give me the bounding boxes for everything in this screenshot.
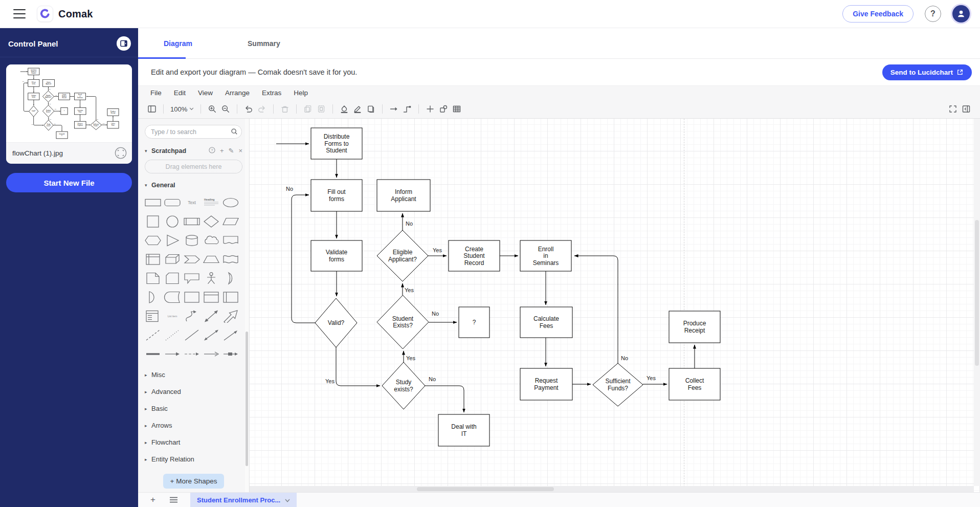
shape-trapezoid[interactable]: [202, 250, 221, 269]
shape-rectangle[interactable]: [143, 193, 163, 212]
flow-node-valid[interactable]: Valid?: [29, 106, 38, 117]
toolbar-sidebar-panel-button[interactable]: [145, 102, 159, 116]
shape-ellipse[interactable]: [221, 193, 240, 212]
shape-container[interactable]: [182, 288, 202, 306]
flow-edge-16[interactable]: [53, 125, 62, 131]
tab-diagram[interactable]: Diagram: [164, 39, 192, 48]
shape-heading[interactable]: Heading: [202, 193, 221, 212]
flowchart-svg[interactable]: DistributeForms toStudentFill outformsIn…: [250, 119, 980, 492]
shape-note[interactable]: [143, 269, 163, 288]
flow-node-valid[interactable]: Valid?: [315, 298, 357, 347]
scratchpad-header[interactable]: ▾ Scratchpad ? + ✎ ×: [145, 147, 242, 155]
shape-card[interactable]: [163, 269, 182, 288]
toolbar-table-button[interactable]: [450, 102, 463, 116]
shape-or[interactable]: [221, 269, 240, 288]
menu-item-help[interactable]: Help: [294, 89, 308, 97]
shape-text[interactable]: Text: [182, 193, 202, 212]
start-new-file-button[interactable]: Start New File: [6, 173, 132, 192]
menu-item-view[interactable]: View: [198, 89, 213, 97]
shape-thin-arrow[interactable]: [202, 344, 221, 363]
shape-bidirectional-arrow[interactable]: [202, 306, 221, 325]
shape-cloud[interactable]: [202, 231, 221, 250]
shape-container-title[interactable]: [202, 288, 221, 306]
section-entity-relation[interactable]: ▸Entity Relation: [145, 451, 242, 468]
shape-cube[interactable]: [163, 250, 182, 269]
flow-node-create-student-record[interactable]: CreateStudentRecord: [449, 240, 500, 271]
shape-dashed-line[interactable]: [143, 325, 163, 344]
flow-node-inform-applicant[interactable]: InformApplicant: [42, 79, 54, 86]
flow-node-enroll-in-seminars[interactable]: EnrollinSeminars: [74, 93, 85, 100]
shape-curve[interactable]: [182, 306, 202, 325]
flow-node-request-payment[interactable]: RequestPayment: [74, 121, 86, 128]
section-basic[interactable]: ▸Basic: [145, 400, 242, 417]
shape-line[interactable]: [182, 325, 202, 344]
scratchpad-add-icon[interactable]: +: [220, 147, 224, 154]
flow-node-fill-out-forms[interactable]: Fill outforms: [28, 79, 39, 86]
give-feedback-button[interactable]: Give Feedback: [842, 5, 914, 23]
flow-edge-14[interactable]: [574, 256, 618, 363]
shape-and[interactable]: [143, 288, 163, 306]
page-tab-student-enrollment[interactable]: Student Enrollment Proc...: [190, 493, 297, 507]
flow-node-fill-out-forms[interactable]: Fill outforms: [311, 180, 362, 211]
expand-preview-button[interactable]: [115, 147, 127, 159]
shape-diamond[interactable]: [202, 212, 221, 231]
shape-cylinder[interactable]: [182, 231, 202, 250]
shape-tape[interactable]: [221, 250, 240, 269]
toolbar-format-panel-button[interactable]: [960, 102, 973, 116]
flow-node-eligible-applicant[interactable]: EligibleApplicant?: [42, 91, 54, 102]
panel-scrollbar[interactable]: [245, 119, 249, 492]
toolbar-fullscreen-button[interactable]: [946, 102, 960, 116]
toolbar-fill-color-button[interactable]: [338, 102, 351, 116]
toolbar-undo-button[interactable]: [242, 102, 255, 116]
section-misc[interactable]: ▸Misc: [145, 366, 242, 383]
scratchpad-close-icon[interactable]: ×: [238, 147, 242, 154]
shape-parallelogram[interactable]: [221, 212, 240, 231]
shape-list-item[interactable]: List item: [163, 306, 182, 325]
tab-summary[interactable]: Summary: [248, 39, 280, 48]
flow-node-deal-with-it[interactable]: Deal withIT: [438, 414, 489, 446]
toolbar-arrow-right-button[interactable]: [387, 102, 400, 116]
send-to-lucidchart-button[interactable]: Send to Lucidchart: [882, 64, 972, 80]
more-shapes-button[interactable]: + More Shapes: [163, 474, 225, 489]
scratchpad-edit-icon[interactable]: ✎: [229, 147, 234, 154]
diagram-canvas[interactable]: DistributeForms toStudentFill outformsIn…: [250, 119, 980, 492]
flow-node-deal-with-it[interactable]: Deal withIT: [56, 131, 68, 139]
shape-dotted-line[interactable]: [163, 325, 182, 344]
flow-edge-16[interactable]: [425, 386, 464, 412]
flow-edge-14[interactable]: [86, 96, 96, 120]
toolbar-connector-button[interactable]: [400, 102, 414, 116]
flow-node-sufficient-funds[interactable]: SufficientFunds?: [593, 363, 643, 406]
shape-arrow[interactable]: [221, 306, 240, 325]
shape-document[interactable]: [221, 231, 240, 250]
canvas-hscrollbar[interactable]: [250, 486, 974, 492]
zoom-level-dropdown[interactable]: 100%: [168, 105, 196, 113]
flow-node-student-exists[interactable]: StudentExists?: [42, 105, 54, 117]
shape-data-storage[interactable]: [163, 288, 182, 306]
flow-node-calculate-fees[interactable]: CalculateFees: [520, 307, 572, 338]
section-arrows[interactable]: ▸Arrows: [145, 417, 242, 434]
flow-node-create-student-record[interactable]: CreateStudentRecord: [58, 93, 70, 100]
flow-node-collect-fees[interactable]: CollectFees: [669, 368, 720, 400]
shape-process[interactable]: [182, 212, 202, 231]
flow-node-eligible-applicant[interactable]: EligibleApplicant?: [377, 230, 428, 281]
shape-triangle[interactable]: [163, 231, 182, 250]
flow-edge-5[interactable]: [34, 117, 43, 125]
flow-node-collect-fees[interactable]: CollectFees: [107, 121, 119, 128]
menu-item-arrange[interactable]: Arrange: [225, 89, 250, 97]
shape-directional-connector[interactable]: [221, 325, 240, 344]
shape-labeled-connector[interactable]: [221, 344, 240, 363]
flow-node-inform-applicant[interactable]: InformApplicant: [377, 180, 430, 211]
flow-node-calculate-fees[interactable]: CalculateFees: [74, 108, 86, 115]
canvas-vscrollbar[interactable]: [974, 119, 980, 486]
toolbar-insert-shape-button[interactable]: [437, 102, 450, 116]
flow-node-validate-forms[interactable]: Validateforms: [28, 93, 39, 100]
flow-node-validate-forms[interactable]: Validateforms: [311, 240, 362, 271]
section-advanced[interactable]: ▸Advanced: [145, 383, 242, 400]
toolbar-zoom-in-button[interactable]: [206, 102, 219, 116]
shape-square[interactable]: [143, 212, 163, 231]
scratchpad-help-icon[interactable]: ?: [209, 147, 215, 155]
shape-step[interactable]: [182, 250, 202, 269]
scratchpad-dropzone[interactable]: Drag elements here: [145, 160, 242, 173]
toolbar-line-color-button[interactable]: [351, 102, 364, 116]
menu-item-edit[interactable]: Edit: [174, 89, 186, 97]
